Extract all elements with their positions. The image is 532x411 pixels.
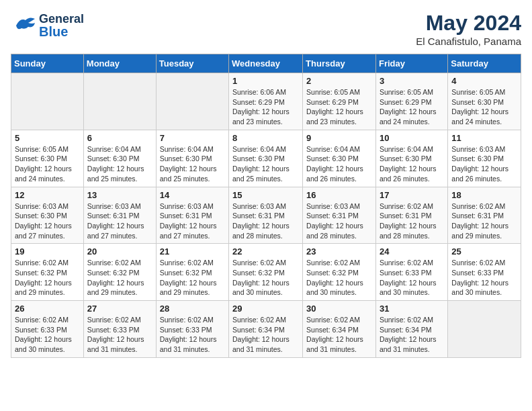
- day-number: 17: [380, 190, 444, 200]
- day-info: Sunrise: 6:02 AM Sunset: 6:33 PM Dayligh…: [15, 315, 80, 355]
- day-info: Sunrise: 6:02 AM Sunset: 6:32 PM Dayligh…: [15, 258, 80, 298]
- day-number: 7: [160, 133, 225, 143]
- calendar-cell: [83, 73, 156, 130]
- logo-text: General Blue: [39, 13, 84, 38]
- day-info: Sunrise: 6:05 AM Sunset: 6:30 PM Dayligh…: [451, 87, 517, 127]
- day-info: Sunrise: 6:05 AM Sunset: 6:29 PM Dayligh…: [380, 87, 444, 127]
- day-number: 8: [232, 133, 299, 143]
- calendar-cell: 30Sunrise: 6:02 AM Sunset: 6:34 PM Dayli…: [303, 301, 376, 358]
- week-row-1: 5Sunrise: 6:05 AM Sunset: 6:30 PM Daylig…: [11, 130, 521, 187]
- calendar-cell: 18Sunrise: 6:02 AM Sunset: 6:31 PM Dayli…: [448, 187, 521, 244]
- weekday-saturday: Saturday: [448, 54, 521, 73]
- calendar-cell: 19Sunrise: 6:02 AM Sunset: 6:32 PM Dayli…: [11, 244, 84, 301]
- calendar-cell: 28Sunrise: 6:02 AM Sunset: 6:33 PM Dayli…: [156, 301, 228, 358]
- day-number: 30: [306, 304, 372, 314]
- day-info: Sunrise: 6:02 AM Sunset: 6:34 PM Dayligh…: [380, 315, 444, 355]
- calendar-cell: 11Sunrise: 6:03 AM Sunset: 6:30 PM Dayli…: [448, 130, 521, 187]
- day-info: Sunrise: 6:03 AM Sunset: 6:31 PM Dayligh…: [160, 201, 225, 241]
- calendar-body: 1Sunrise: 6:06 AM Sunset: 6:29 PM Daylig…: [11, 73, 521, 358]
- calendar-cell: 16Sunrise: 6:03 AM Sunset: 6:31 PM Dayli…: [303, 187, 376, 244]
- month-year: May 2024: [416, 11, 521, 36]
- calendar-cell: 27Sunrise: 6:02 AM Sunset: 6:33 PM Dayli…: [83, 301, 156, 358]
- calendar-cell: 25Sunrise: 6:02 AM Sunset: 6:33 PM Dayli…: [448, 244, 521, 301]
- day-info: Sunrise: 6:02 AM Sunset: 6:33 PM Dayligh…: [380, 258, 444, 298]
- day-info: Sunrise: 6:02 AM Sunset: 6:32 PM Dayligh…: [87, 258, 152, 298]
- day-number: 28: [160, 304, 225, 314]
- day-info: Sunrise: 6:04 AM Sunset: 6:30 PM Dayligh…: [380, 144, 444, 184]
- day-number: 15: [232, 190, 299, 200]
- day-number: 18: [451, 190, 517, 200]
- day-number: 12: [15, 190, 80, 200]
- logo-icon: [11, 11, 38, 40]
- calendar-header: SundayMondayTuesdayWednesdayThursdayFrid…: [11, 54, 521, 73]
- calendar-cell: 15Sunrise: 6:03 AM Sunset: 6:31 PM Dayli…: [229, 187, 303, 244]
- weekday-monday: Monday: [83, 54, 156, 73]
- calendar-cell: 21Sunrise: 6:02 AM Sunset: 6:32 PM Dayli…: [156, 244, 228, 301]
- day-number: 29: [232, 304, 299, 314]
- day-number: 22: [232, 246, 299, 257]
- day-info: Sunrise: 6:04 AM Sunset: 6:30 PM Dayligh…: [87, 144, 152, 184]
- calendar-cell: 4Sunrise: 6:05 AM Sunset: 6:30 PM Daylig…: [448, 73, 521, 130]
- calendar-cell: 2Sunrise: 6:05 AM Sunset: 6:29 PM Daylig…: [303, 73, 376, 130]
- calendar-cell: 1Sunrise: 6:06 AM Sunset: 6:29 PM Daylig…: [229, 73, 303, 130]
- day-number: 1: [232, 76, 299, 86]
- logo-blue: Blue: [39, 25, 84, 38]
- logo-general: General: [39, 13, 84, 25]
- week-row-4: 26Sunrise: 6:02 AM Sunset: 6:33 PM Dayli…: [11, 301, 521, 358]
- calendar-cell: 23Sunrise: 6:02 AM Sunset: 6:32 PM Dayli…: [303, 244, 376, 301]
- day-number: 13: [87, 190, 152, 200]
- calendar-cell: [156, 73, 228, 130]
- calendar-cell: 29Sunrise: 6:02 AM Sunset: 6:34 PM Dayli…: [229, 301, 303, 358]
- calendar-table: SundayMondayTuesdayWednesdayThursdayFrid…: [11, 54, 521, 358]
- calendar-cell: 8Sunrise: 6:04 AM Sunset: 6:30 PM Daylig…: [229, 130, 303, 187]
- day-number: 3: [380, 76, 444, 86]
- day-number: 25: [451, 246, 517, 257]
- week-row-3: 19Sunrise: 6:02 AM Sunset: 6:32 PM Dayli…: [11, 244, 521, 301]
- day-info: Sunrise: 6:03 AM Sunset: 6:31 PM Dayligh…: [306, 201, 372, 241]
- logo: General Blue: [11, 11, 84, 40]
- day-info: Sunrise: 6:03 AM Sunset: 6:31 PM Dayligh…: [232, 201, 299, 241]
- weekday-tuesday: Tuesday: [156, 54, 228, 73]
- day-number: 5: [15, 133, 80, 143]
- title-block: May 2024 El Canafistulo, Panama: [416, 11, 521, 47]
- calendar-cell: 31Sunrise: 6:02 AM Sunset: 6:34 PM Dayli…: [375, 301, 447, 358]
- day-number: 11: [451, 133, 517, 143]
- day-info: Sunrise: 6:04 AM Sunset: 6:30 PM Dayligh…: [306, 144, 372, 184]
- day-number: 31: [380, 304, 444, 314]
- page-header: General Blue May 2024 El Canafistulo, Pa…: [11, 11, 521, 47]
- day-info: Sunrise: 6:02 AM Sunset: 6:31 PM Dayligh…: [451, 201, 517, 241]
- calendar-cell: 22Sunrise: 6:02 AM Sunset: 6:32 PM Dayli…: [229, 244, 303, 301]
- day-info: Sunrise: 6:02 AM Sunset: 6:33 PM Dayligh…: [451, 258, 517, 298]
- day-info: Sunrise: 6:02 AM Sunset: 6:31 PM Dayligh…: [380, 201, 444, 241]
- day-info: Sunrise: 6:02 AM Sunset: 6:32 PM Dayligh…: [232, 258, 299, 298]
- day-number: 21: [160, 246, 225, 257]
- weekday-friday: Friday: [375, 54, 447, 73]
- day-info: Sunrise: 6:05 AM Sunset: 6:29 PM Dayligh…: [306, 87, 372, 127]
- calendar-cell: 26Sunrise: 6:02 AM Sunset: 6:33 PM Dayli…: [11, 301, 84, 358]
- day-info: Sunrise: 6:04 AM Sunset: 6:30 PM Dayligh…: [160, 144, 225, 184]
- day-info: Sunrise: 6:03 AM Sunset: 6:30 PM Dayligh…: [15, 201, 80, 241]
- week-row-0: 1Sunrise: 6:06 AM Sunset: 6:29 PM Daylig…: [11, 73, 521, 130]
- calendar-cell: 24Sunrise: 6:02 AM Sunset: 6:33 PM Dayli…: [375, 244, 447, 301]
- day-number: 14: [160, 190, 225, 200]
- day-info: Sunrise: 6:02 AM Sunset: 6:32 PM Dayligh…: [306, 258, 372, 298]
- calendar-cell: 20Sunrise: 6:02 AM Sunset: 6:32 PM Dayli…: [83, 244, 156, 301]
- calendar-cell: 13Sunrise: 6:03 AM Sunset: 6:31 PM Dayli…: [83, 187, 156, 244]
- day-number: 23: [306, 246, 372, 257]
- day-number: 24: [380, 246, 444, 257]
- calendar-cell: 7Sunrise: 6:04 AM Sunset: 6:30 PM Daylig…: [156, 130, 228, 187]
- day-info: Sunrise: 6:02 AM Sunset: 6:33 PM Dayligh…: [160, 315, 225, 355]
- calendar-cell: 5Sunrise: 6:05 AM Sunset: 6:30 PM Daylig…: [11, 130, 84, 187]
- calendar-cell: [11, 73, 84, 130]
- day-number: 16: [306, 190, 372, 200]
- location: El Canafistulo, Panama: [416, 36, 521, 47]
- weekday-row: SundayMondayTuesdayWednesdayThursdayFrid…: [11, 54, 521, 73]
- day-info: Sunrise: 6:06 AM Sunset: 6:29 PM Dayligh…: [232, 87, 299, 127]
- day-number: 20: [87, 246, 152, 257]
- weekday-thursday: Thursday: [303, 54, 376, 73]
- day-info: Sunrise: 6:03 AM Sunset: 6:30 PM Dayligh…: [451, 144, 517, 184]
- day-number: 27: [87, 304, 152, 314]
- calendar-cell: [448, 301, 521, 358]
- day-number: 10: [380, 133, 444, 143]
- day-info: Sunrise: 6:02 AM Sunset: 6:34 PM Dayligh…: [306, 315, 372, 355]
